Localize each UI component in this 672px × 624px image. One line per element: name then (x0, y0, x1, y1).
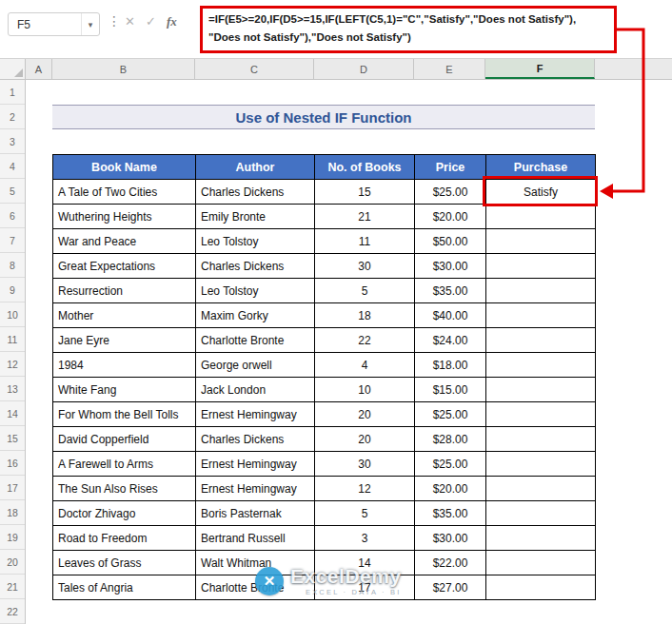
row-header-18[interactable]: 18 (0, 500, 25, 525)
table-cell[interactable]: Charles Dickens (196, 427, 315, 452)
row-header-7[interactable]: 7 (0, 228, 25, 253)
table-cell[interactable]: Maxim Gorky (196, 303, 315, 328)
table-cell[interactable]: $22.00 (415, 551, 486, 575)
table-cell[interactable]: $24.00 (415, 328, 486, 353)
table-cell[interactable] (486, 378, 596, 402)
table-cell[interactable]: 22 (315, 328, 415, 353)
table-cell[interactable] (486, 501, 596, 526)
table-cell[interactable]: 12 (315, 477, 415, 501)
table-cell[interactable]: White Fang (53, 378, 196, 402)
table-cell[interactable]: Walt Whitman (196, 551, 315, 575)
table-cell[interactable]: David Copperfield (53, 427, 196, 452)
row-header-14[interactable]: 14 (0, 401, 25, 426)
table-cell[interactable]: Leaves of Grass (53, 551, 196, 575)
table-cell[interactable]: Doctor Zhivago (53, 501, 196, 526)
table-cell[interactable]: A Tale of Two Cities (53, 180, 196, 205)
table-header-cell[interactable]: Price (415, 155, 486, 180)
table-cell[interactable] (486, 205, 596, 229)
name-box[interactable]: F5 ▾ (8, 12, 100, 36)
table-cell[interactable]: A Farewell to Arms (53, 452, 196, 477)
select-all-button[interactable] (0, 59, 26, 79)
row-header-22[interactable]: 22 (0, 599, 25, 624)
table-cell[interactable]: $15.00 (415, 378, 486, 402)
column-header-C[interactable]: C (195, 59, 314, 79)
row-header-11[interactable]: 11 (0, 327, 25, 352)
table-cell[interactable]: Great Expectations (53, 254, 196, 279)
table-cell[interactable]: $25.00 (415, 452, 486, 477)
table-cell[interactable]: $25.00 (415, 402, 486, 427)
table-cell[interactable]: $35.00 (415, 501, 486, 526)
table-cell[interactable]: 5 (315, 279, 415, 303)
table-cell[interactable]: Ernest Hemingway (196, 477, 315, 501)
table-cell[interactable]: Charles Dickens (196, 254, 315, 279)
table-cell[interactable] (486, 452, 596, 477)
column-header-E[interactable]: E (414, 59, 485, 79)
more-options-icon[interactable]: ⋮ (108, 13, 121, 29)
table-cell[interactable]: 5 (315, 501, 415, 526)
table-cell[interactable] (486, 477, 596, 501)
formula-input[interactable]: =IF(E5>=20,IF(D5>=15,IF(LEFT(C5,1)="C","… (200, 6, 617, 53)
table-cell[interactable]: $50.00 (415, 229, 486, 254)
table-cell[interactable]: 17 (315, 575, 415, 600)
row-header-3[interactable]: 3 (0, 129, 25, 154)
table-cell[interactable]: $20.00 (415, 477, 486, 501)
table-cell[interactable] (486, 551, 596, 575)
row-header-19[interactable]: 19 (0, 525, 25, 550)
table-cell[interactable] (486, 353, 596, 378)
table-cell[interactable]: Charles Dickens (196, 180, 315, 205)
table-cell[interactable]: 21 (315, 205, 415, 229)
row-header-16[interactable]: 16 (0, 451, 25, 476)
cell-F5-result[interactable]: Satisfy (486, 180, 596, 205)
table-cell[interactable]: 3 (315, 526, 415, 551)
table-header-cell[interactable]: Author (196, 155, 315, 180)
table-cell[interactable]: $28.00 (415, 427, 486, 452)
table-cell[interactable]: Leo Tolstoy (196, 279, 315, 303)
row-header-8[interactable]: 8 (0, 253, 25, 278)
row-header-10[interactable]: 10 (0, 302, 25, 327)
table-cell[interactable]: Mother (53, 303, 196, 328)
chevron-down-icon[interactable]: ▾ (81, 13, 99, 35)
table-cell[interactable]: 18 (315, 303, 415, 328)
table-cell[interactable]: Ernest Hemingway (196, 402, 315, 427)
table-cell[interactable]: Emily Bronte (196, 205, 315, 229)
cancel-icon[interactable]: ✕ (125, 14, 135, 29)
table-cell[interactable]: The Sun Also Rises (53, 477, 196, 501)
row-header-9[interactable]: 9 (0, 278, 25, 302)
row-header-4[interactable]: 4 (0, 154, 25, 179)
table-cell[interactable]: War and Peace (53, 229, 196, 254)
table-cell[interactable]: Leo Tolstoy (196, 229, 315, 254)
column-header-F[interactable]: F (485, 59, 595, 79)
table-cell[interactable]: 1984 (53, 353, 196, 378)
table-cell[interactable]: Tales of Angria (53, 575, 196, 600)
table-cell[interactable]: For Whom the Bell Tolls (53, 402, 196, 427)
table-cell[interactable] (486, 402, 596, 427)
table-cell[interactable]: $27.00 (415, 575, 486, 600)
table-cell[interactable]: 20 (315, 402, 415, 427)
table-cell[interactable] (486, 303, 596, 328)
table-cell[interactable]: 30 (315, 254, 415, 279)
table-cell[interactable]: Bertrand Russell (196, 526, 315, 551)
table-cell[interactable]: $30.00 (415, 254, 486, 279)
confirm-icon[interactable]: ✓ (146, 14, 156, 29)
column-header-B[interactable]: B (52, 59, 195, 79)
table-cell[interactable]: $20.00 (415, 205, 486, 229)
table-cell[interactable]: 10 (315, 378, 415, 402)
row-header-2[interactable]: 2 (0, 105, 25, 129)
table-cell[interactable]: $40.00 (415, 303, 486, 328)
row-header-20[interactable]: 20 (0, 550, 25, 575)
table-header-cell[interactable]: Purchase (486, 155, 596, 180)
table-cell[interactable]: 30 (315, 452, 415, 477)
table-cell[interactable] (486, 254, 596, 279)
table-cell[interactable]: Charlotte Bronte (196, 328, 315, 353)
row-header-21[interactable]: 21 (0, 575, 25, 599)
table-cell[interactable]: 14 (315, 551, 415, 575)
table-cell[interactable]: Wuthering Heights (53, 205, 196, 229)
table-cell[interactable]: 20 (315, 427, 415, 452)
table-header-cell[interactable]: Book Name (53, 155, 196, 180)
column-header-A[interactable]: A (26, 59, 52, 79)
table-cell[interactable]: George orwell (196, 353, 315, 378)
table-cell[interactable] (486, 279, 596, 303)
table-cell[interactable]: Jane Eyre (53, 328, 196, 353)
row-header-17[interactable]: 17 (0, 476, 25, 500)
table-cell[interactable] (486, 526, 596, 551)
